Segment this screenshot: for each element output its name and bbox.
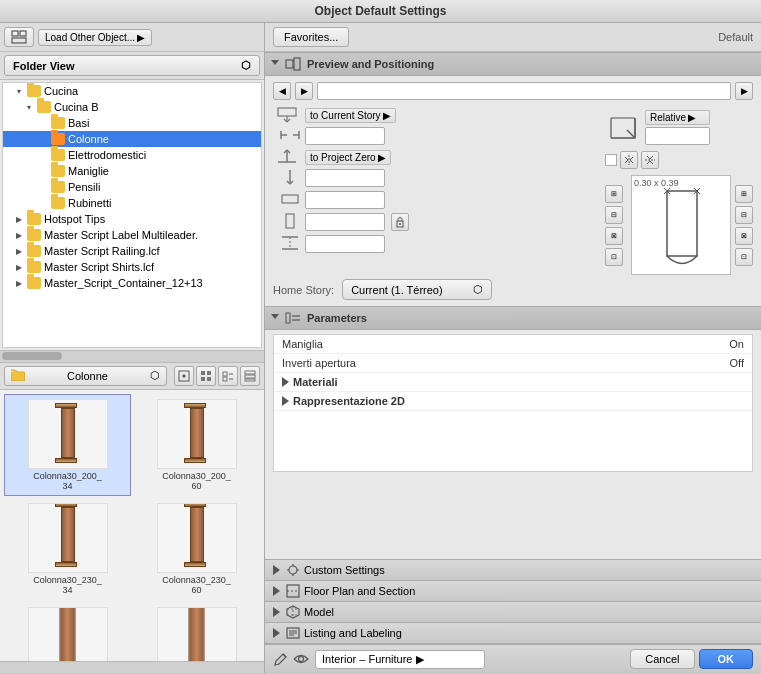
grid-scrollbar-h[interactable]	[0, 661, 264, 673]
v2-input[interactable]: 0.00	[305, 169, 385, 187]
add-to-favorites-btn[interactable]	[174, 366, 194, 386]
disclosure-master-railing[interactable]: ▶	[14, 246, 24, 256]
collapsed-model[interactable]: Model	[265, 602, 761, 623]
next-btn[interactable]: ▶	[295, 82, 313, 100]
disclosure-master-container[interactable]: ▶	[14, 278, 24, 288]
folder-icon	[37, 101, 51, 113]
tree-item-elettrodomestici[interactable]: Elettrodomestici	[3, 147, 261, 163]
custom-settings-tri	[273, 565, 280, 575]
anchor-bl-btn[interactable]: ⊠	[605, 227, 623, 245]
thumbnail-item-col5[interactable]: Colonna40_200_	[4, 602, 131, 662]
tree-item-rubinetti[interactable]: Rubinetti	[3, 195, 261, 211]
thumbnail-label-col2: Colonna30_200_60	[162, 471, 231, 491]
preview-disclosure[interactable]	[271, 60, 279, 68]
lock-icon-btn[interactable]	[391, 213, 409, 231]
bottom-buttons: Cancel OK	[630, 649, 753, 669]
floor-plan-icon	[286, 584, 300, 598]
collapsed-floor-plan[interactable]: Floor Plan and Section	[265, 581, 761, 602]
detail-view-btn[interactable]	[240, 366, 260, 386]
folder-icon	[27, 229, 41, 241]
v4-icon	[279, 212, 301, 232]
list-view-btn[interactable]	[218, 366, 238, 386]
v3-icon	[279, 190, 301, 210]
to-project-zero-btn[interactable]: to Project Zero ▶	[305, 150, 391, 165]
thumbnail-item-col3[interactable]: Colonna30_230_34	[4, 498, 131, 600]
tree-item-label: Cucina	[44, 85, 78, 97]
tree-item-label: Pensili	[68, 181, 100, 193]
preview-play-btn[interactable]: ▶	[735, 82, 753, 100]
left-toolbar: Load Other Object... ▶	[0, 23, 264, 52]
anchor-ml-btn[interactable]: ⊟	[605, 206, 623, 224]
tree-item-master-container[interactable]: ▶ Master_Script_Container_12+13	[3, 275, 261, 291]
tree-item-label: Basi	[68, 117, 89, 129]
collapsed-listing[interactable]: Listing and Labeling	[265, 623, 761, 644]
favorites-button[interactable]: Favorites...	[273, 27, 349, 47]
expand-tri-materiali	[282, 377, 289, 387]
anchor-br2-btn[interactable]: ⊠	[735, 227, 753, 245]
tree-item-label: Elettrodomestici	[68, 149, 146, 161]
layout-icon-btn[interactable]	[4, 27, 34, 47]
disclosure-hotspot[interactable]: ▶	[14, 214, 24, 224]
tree-scrollbar-h[interactable]	[0, 350, 264, 362]
tree-item-pensili[interactable]: Pensili	[3, 179, 261, 195]
to-current-story-row: to Current Story ▶	[273, 106, 599, 124]
anchor-br-btn[interactable]: ⊡	[605, 248, 623, 266]
model-icon	[286, 605, 300, 619]
anchor-tl-btn[interactable]: ⊞	[605, 185, 623, 203]
mirror-x-btn[interactable]	[620, 151, 638, 169]
v5-input[interactable]: 2.01	[305, 235, 385, 253]
expand-tri-rappresentazione	[282, 396, 289, 406]
checkbox-1[interactable]	[605, 154, 617, 166]
folder-view-dropdown[interactable]: Folder View ⬡	[4, 55, 260, 76]
tree-item-cucina-b[interactable]: ▾ Cucina B	[3, 99, 261, 115]
relative-btn[interactable]: Relative ▶	[645, 110, 710, 125]
thumbnail-item-col6[interactable]: Colonna40_200_	[133, 602, 260, 662]
anchor-tr-btn[interactable]: ⊞	[735, 185, 753, 203]
tree-item-hotspot[interactable]: ▶ Hotspot Tips	[3, 211, 261, 227]
disclosure-cucina[interactable]: ▾	[14, 86, 24, 96]
tree-item-cucina[interactable]: ▾ Cucina	[3, 83, 261, 99]
svg-rect-1	[20, 31, 26, 36]
ok-button[interactable]: OK	[699, 649, 754, 669]
collapsed-custom-settings[interactable]: Custom Settings	[265, 560, 761, 581]
tree-item-master-railing[interactable]: ▶ Master Script Railing.lcf	[3, 243, 261, 259]
tree-item-master-shirts[interactable]: ▶ Master Script Shirts.lcf	[3, 259, 261, 275]
tree-item-basi[interactable]: Basi	[3, 115, 261, 131]
thumbnail-item-col2[interactable]: Colonna30_200_60	[133, 394, 260, 496]
cancel-button[interactable]: Cancel	[630, 649, 694, 669]
thumbnail-view-btn[interactable]	[196, 366, 216, 386]
param-expand-materiali[interactable]: Materiali	[274, 373, 752, 392]
to-project-zero-arrow: ▶	[378, 152, 386, 163]
title-bar: Object Default Settings	[0, 0, 761, 23]
prev-btn[interactable]: ◀	[273, 82, 291, 100]
to-current-story-btn[interactable]: to Current Story ▶	[305, 108, 396, 123]
disclosure-cucina-b[interactable]: ▾	[24, 102, 34, 112]
disclosure-master-label[interactable]: ▶	[14, 230, 24, 240]
tree-item-master-label[interactable]: ▶ Master Script Label Multileader.	[3, 227, 261, 243]
tree-item-label: Master Script Shirts.lcf	[44, 261, 154, 273]
load-other-btn[interactable]: Load Other Object... ▶	[38, 29, 152, 46]
param-expand-rappresentazione[interactable]: Rappresentazione 2D	[274, 392, 752, 411]
library-dropdown[interactable]: Colonne ⬡	[4, 366, 167, 386]
thumbnail-item-col1[interactable]: Colonna30_200_34	[4, 394, 131, 496]
parameters-disclosure[interactable]	[271, 314, 279, 322]
angle-input[interactable]: 0.00°	[645, 127, 710, 145]
library-dropdown-arrow: ⬡	[150, 369, 160, 382]
folder-icon-brown	[51, 133, 65, 145]
v3-input[interactable]: 0.30	[305, 191, 385, 209]
object-name-input[interactable]: Colonna30_200_34	[317, 82, 731, 100]
tree-item-colonne[interactable]: Colonne	[3, 131, 261, 147]
v1-input[interactable]: 0.00	[305, 127, 385, 145]
mirror-y-btn[interactable]	[641, 151, 659, 169]
tree-item-maniglie[interactable]: Maniglie	[3, 163, 261, 179]
layer-selector[interactable]: Interior – Furniture ▶	[315, 650, 485, 669]
anchor-b-btn[interactable]: ⊡	[735, 248, 753, 266]
disclosure-master-shirts[interactable]: ▶	[14, 262, 24, 272]
preview-section-title: Preview and Positioning	[307, 58, 434, 70]
thumbnail-item-col4[interactable]: Colonna30_230_60	[133, 498, 260, 600]
home-story-select[interactable]: Current (1. Térreo) ⬡	[342, 279, 492, 300]
v4-input[interactable]: 0.36	[305, 213, 385, 231]
anchor-mr-btn[interactable]: ⊟	[735, 206, 753, 224]
layer-label: Interior – Furniture	[322, 653, 412, 665]
v1-icon	[279, 126, 301, 146]
